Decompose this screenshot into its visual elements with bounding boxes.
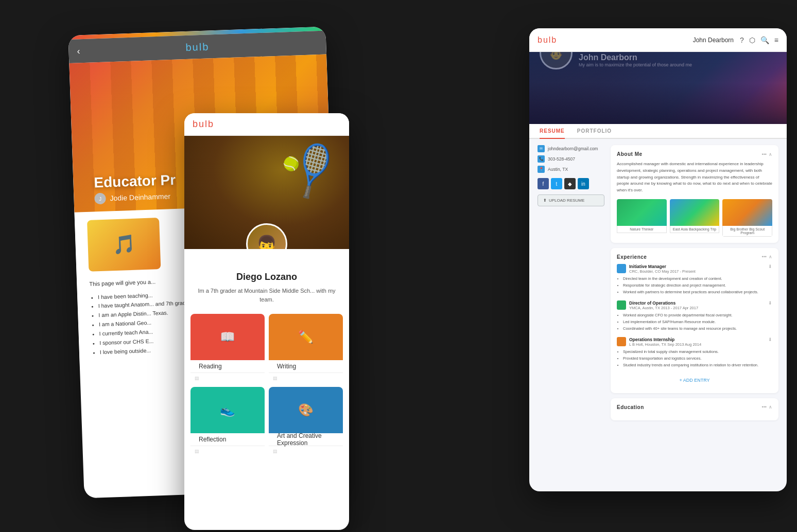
top-bar-user-section: John Dearborn ? ⬡ 🔍 ≡	[693, 36, 778, 44]
resume-profile-info: John Dearborn My aim is to maximize the …	[579, 53, 692, 69]
about-text: Accomplished manager with domestic and i…	[617, 161, 772, 194]
about-more-icon[interactable]: •••	[762, 152, 767, 157]
exp-company-1: CRC, Boulder, CO May 2017 - Present	[629, 269, 696, 274]
exp-edit-3[interactable]: ⬇	[768, 337, 772, 342]
help-icon[interactable]: ?	[740, 36, 744, 44]
exp-title-3: Operations Internship	[629, 337, 701, 342]
search-icon[interactable]: 🔍	[760, 36, 769, 44]
share-icon[interactable]: ⬡	[749, 36, 755, 44]
phone-text: 303-528-4507	[548, 156, 575, 162]
resume-top-bar: bulb John Dearborn ? ⬡ 🔍 ≡	[529, 28, 787, 52]
exp-details-1: Initiative Manager CRC, Boulder, CO May …	[629, 264, 696, 274]
email-text: johndearborn@gmail.com	[548, 146, 598, 151]
reflection-icon: 👟	[220, 403, 235, 417]
add-entry-button[interactable]: + ADD ENTRY	[617, 374, 772, 387]
exp-logo-crc	[617, 264, 626, 273]
educator-bitmoji	[87, 218, 161, 272]
tablet-resume: bulb John Dearborn ? ⬡ 🔍 ≡ 👨 John Dearbo…	[529, 28, 787, 491]
exp-company-3: L B Holt, Houston, TX Sep 2013 Aug 2014	[629, 342, 701, 347]
contact-email: ✉ johndearborn@gmail.com	[538, 145, 604, 152]
exp-bullet: Directed team in the development and cre…	[623, 276, 772, 282]
linkedin-button[interactable]: in	[578, 178, 589, 189]
resume-user-name: John Dearborn	[579, 53, 692, 62]
experience-title: Experience	[617, 254, 647, 260]
thumb-img-park	[670, 199, 720, 226]
student-info: Diego Lozano Im a 7th grader at Mountain…	[184, 249, 349, 312]
about-media: Nature Thinker East Asia Backpacking Tri…	[617, 199, 772, 237]
reading-footer-icon: ▤	[195, 376, 199, 381]
subject-writing[interactable]: ✏️ Writing ▤	[269, 314, 343, 383]
reading-footer-icons: ▤	[190, 373, 265, 383]
twitter-button[interactable]: t	[551, 178, 562, 189]
experience-actions: ••• ∧	[762, 254, 772, 259]
resume-right-col: About Me ••• ∧ Accomplished manager with…	[604, 145, 778, 456]
media-thumb-2[interactable]: East Asia Backpacking Trip	[670, 199, 720, 237]
writing-label: Writing	[273, 361, 300, 372]
bulb-logo-student: bulb	[193, 119, 214, 130]
back-button[interactable]: ‹	[77, 46, 80, 57]
thumb-img-scout	[722, 199, 772, 226]
thumb-img-nature	[617, 199, 667, 226]
tablet-student: bulb 🎾 👦 Diego Lozano Im a 7th grader at…	[184, 113, 349, 530]
exp-operations-internship: Operations Internship L B Holt, Houston,…	[617, 337, 772, 368]
exp-bullet: Worked alongside CFO to provide departme…	[623, 312, 772, 318]
contact-phone: 📞 303-528-4507	[538, 155, 604, 163]
exp-edit-1[interactable]: ⬇	[768, 264, 772, 269]
location-text: Austin, TX	[548, 167, 568, 172]
student-bio: Im a 7th grader at Mountain Side Middle …	[193, 287, 341, 304]
about-header: About Me ••• ∧	[617, 151, 772, 157]
exp-bullet: Led implementation of SAP/Human Resource…	[623, 319, 772, 325]
exp-bullets-2: Worked alongside CFO to provide departme…	[617, 312, 772, 332]
subject-reading[interactable]: 📖 Reading ▤	[190, 314, 265, 383]
resume-hero-banner: 👨 John Dearborn My aim is to maximize th…	[529, 52, 787, 124]
reading-icon: 📖	[220, 330, 235, 344]
exp-bullets-3: Specialized in total supply chain manage…	[617, 349, 772, 368]
media-thumb-1[interactable]: Nature Thinker	[617, 199, 667, 237]
phone-icon: 📞	[538, 155, 545, 163]
about-actions: ••• ∧	[762, 152, 772, 157]
menu-icon[interactable]: ≡	[774, 36, 778, 44]
city-silhouette	[529, 83, 787, 124]
exp-edit-2[interactable]: ⬇	[768, 300, 772, 306]
facebook-button[interactable]: f	[538, 178, 549, 189]
exp-bullet: Worked with partners to determine best p…	[623, 289, 772, 295]
upload-icon: ⬆	[543, 198, 547, 203]
student-name: Diego Lozano	[193, 272, 341, 282]
exp-logo-lbholt	[617, 337, 626, 346]
top-bar-action-icons: ? ⬡ 🔍 ≡	[740, 36, 778, 44]
reading-label-row: Reading	[190, 360, 265, 373]
exp-bullet: Coordinated with 40+ site teams to manag…	[623, 326, 772, 332]
resume-left-col: ✉ johndearborn@gmail.com 📞 303-528-4507 …	[538, 145, 604, 456]
exp-item-header-3: Operations Internship L B Holt, Houston,…	[617, 337, 772, 347]
tab-portfolio[interactable]: PORTFOLIO	[577, 124, 612, 139]
media-thumb-3[interactable]: Big Brother Big Scout Program	[722, 199, 772, 237]
reflection-label: Reflection	[195, 434, 230, 445]
exp-expand-icon[interactable]: ∧	[769, 254, 772, 259]
github-button[interactable]: ◆	[564, 178, 576, 189]
reflection-footer-icon: ▤	[195, 449, 199, 454]
thumb-label-1: Nature Thinker	[617, 226, 667, 233]
upload-resume-button[interactable]: ⬆ UPLOAD RESUME	[538, 194, 604, 206]
writing-footer-icon: ▤	[273, 376, 278, 381]
edu-expand-icon[interactable]: ∧	[769, 404, 772, 410]
edu-more-icon[interactable]: •••	[762, 404, 767, 410]
subject-reflection[interactable]: 👟 Reflection ▤	[190, 387, 265, 456]
tab-resume[interactable]: RESUME	[540, 124, 565, 139]
resume-profile-row: 👨 John Dearborn My aim is to maximize th…	[529, 52, 787, 69]
about-expand-icon[interactable]: ∧	[769, 152, 772, 157]
educator-avatar: J	[94, 193, 106, 205]
exp-bullet: Responsible for strategic direction and …	[623, 282, 772, 289]
exp-bullet: Studied industry trends and comparing in…	[623, 362, 772, 368]
art-label-row: Art and Creative Expression	[269, 433, 343, 446]
exp-more-icon[interactable]: •••	[762, 254, 767, 259]
exp-item-header-1: Initiative Manager CRC, Boulder, CO May …	[617, 264, 772, 274]
exp-title-1: Initiative Manager	[629, 264, 696, 269]
student-hero: 🎾 👦	[184, 136, 349, 249]
thumb-label-2: East Asia Backpacking Trip	[670, 226, 720, 233]
exp-bullet: Provided transportation and logistics se…	[623, 356, 772, 362]
educator-name: Jodie Deinhammer	[110, 192, 170, 202]
bulb-logo-educator: bulb	[185, 41, 210, 54]
social-links: f t ◆ in	[538, 178, 604, 189]
subject-art[interactable]: 🎨 Art and Creative Expression ▤	[269, 387, 343, 456]
about-section: About Me ••• ∧ Accomplished manager with…	[611, 145, 778, 243]
